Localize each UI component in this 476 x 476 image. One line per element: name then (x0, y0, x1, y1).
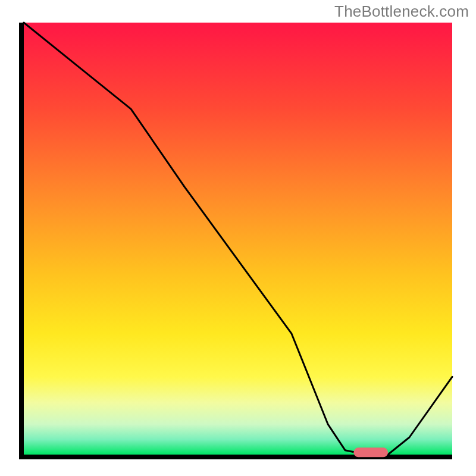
plot-background (24, 23, 452, 455)
watermark-text: TheBottleneck.com (334, 2, 469, 21)
optimal-range-marker (353, 447, 388, 457)
chart-container: TheBottleneck.com (0, 0, 476, 476)
bottleneck-chart (0, 0, 476, 476)
